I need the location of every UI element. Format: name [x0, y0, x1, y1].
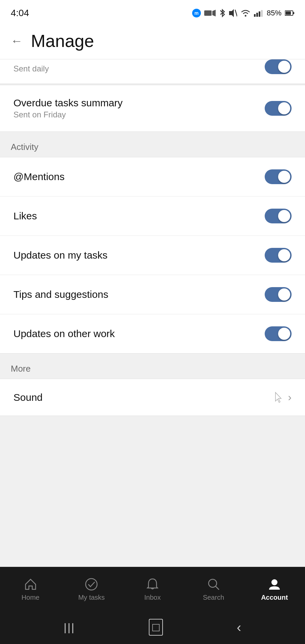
- back-button[interactable]: ←: [11, 35, 23, 47]
- home-icon: [24, 578, 37, 591]
- cursor-icon: [274, 392, 284, 403]
- likes-toggle[interactable]: [265, 209, 292, 223]
- updates-other-toggle[interactable]: [265, 326, 292, 341]
- svg-line-14: [216, 586, 219, 590]
- activity-section-label: Activity: [0, 132, 305, 157]
- page-title: Manage: [31, 31, 94, 51]
- mute-icon: [229, 8, 237, 18]
- sent-daily-toggle[interactable]: [265, 59, 292, 74]
- tips-suggestions-toggle[interactable]: [265, 287, 292, 302]
- svg-point-4: [245, 15, 246, 17]
- system-menu-button[interactable]: |||: [64, 621, 75, 634]
- mentions-toggle[interactable]: [265, 169, 292, 184]
- sound-title: Sound: [13, 392, 43, 403]
- video-icon: [204, 9, 216, 17]
- bluetooth-icon: [219, 8, 226, 18]
- sent-daily-subtitle: Sent daily: [13, 64, 49, 74]
- battery-text: 85%: [267, 9, 281, 17]
- tips-suggestions-title: Tips and suggestions: [13, 289, 108, 300]
- mentions-title: @Mentions: [13, 171, 64, 182]
- messenger-icon: m: [192, 9, 201, 17]
- activity-group: @Mentions Likes Updates on my tasks: [0, 157, 305, 354]
- svg-rect-6: [256, 13, 258, 17]
- nav-my-tasks[interactable]: My tasks: [61, 578, 122, 601]
- signal-icon: [254, 9, 263, 17]
- likes-row: Likes: [0, 197, 305, 236]
- bell-icon: [146, 578, 159, 591]
- overdue-tasks-row: Overdue tasks summary Sent on Friday: [0, 85, 305, 131]
- svg-marker-2: [229, 9, 234, 17]
- svg-rect-11: [286, 11, 291, 15]
- svg-rect-7: [259, 11, 260, 17]
- nav-my-tasks-label: My tasks: [78, 594, 105, 601]
- nav-inbox-label: Inbox: [144, 594, 161, 601]
- tips-suggestions-row: Tips and suggestions: [0, 275, 305, 314]
- nav-account-label: Account: [261, 594, 288, 601]
- system-back-button[interactable]: ‹: [237, 620, 241, 635]
- status-bar: 4:04 m 85%: [0, 0, 305, 24]
- system-home-button[interactable]: □: [149, 619, 163, 636]
- updates-my-tasks-toggle[interactable]: [265, 248, 292, 263]
- mentions-row: @Mentions: [0, 157, 305, 197]
- svg-rect-5: [254, 14, 256, 17]
- updates-other-title: Updates on other work: [13, 328, 115, 339]
- nav-search[interactable]: Search: [183, 578, 244, 601]
- svg-point-13: [209, 579, 217, 587]
- svg-line-3: [235, 10, 237, 16]
- status-icons: m 85%: [192, 8, 294, 18]
- svg-rect-0: [204, 10, 212, 16]
- nav-account[interactable]: Account: [244, 578, 305, 601]
- more-group: Sound ›: [0, 379, 305, 416]
- likes-title: Likes: [13, 210, 37, 222]
- svg-point-15: [271, 579, 277, 585]
- check-circle-icon: [85, 578, 98, 591]
- overdue-tasks-title: Overdue tasks summary: [13, 97, 123, 109]
- status-time: 4:04: [11, 8, 29, 18]
- sound-row[interactable]: Sound ›: [0, 379, 305, 416]
- nav-search-label: Search: [203, 594, 224, 601]
- svg-rect-8: [261, 10, 263, 17]
- system-nav: ||| □ ‹: [0, 610, 305, 644]
- wifi-icon: [241, 9, 251, 17]
- header: ← Manage: [0, 24, 305, 59]
- overdue-tasks-subtitle: Sent on Friday: [13, 110, 123, 119]
- nav-inbox[interactable]: Inbox: [122, 578, 183, 601]
- updates-my-tasks-row: Updates on my tasks: [0, 236, 305, 275]
- updates-my-tasks-title: Updates on my tasks: [13, 250, 107, 261]
- svg-rect-10: [293, 12, 294, 14]
- content-area: Sent daily Overdue tasks summary Sent on…: [0, 59, 305, 416]
- sent-daily-row: Sent daily: [0, 59, 305, 84]
- nav-home-label: Home: [21, 594, 39, 601]
- sound-chevron: ›: [274, 391, 292, 404]
- svg-point-12: [86, 579, 97, 590]
- overdue-tasks-toggle[interactable]: [265, 101, 292, 116]
- battery-icon: [285, 10, 294, 16]
- updates-other-row: Updates on other work: [0, 314, 305, 353]
- overdue-tasks-group: Overdue tasks summary Sent on Friday: [0, 85, 305, 132]
- search-icon: [207, 578, 220, 591]
- more-section-label: More: [0, 354, 305, 379]
- bottom-nav: Home My tasks Inbox Search Account: [0, 567, 305, 610]
- person-icon: [268, 578, 281, 591]
- nav-home[interactable]: Home: [0, 578, 61, 601]
- chevron-right-icon: ›: [288, 391, 292, 404]
- svg-marker-1: [212, 10, 216, 16]
- sent-daily-group: Sent daily: [0, 59, 305, 84]
